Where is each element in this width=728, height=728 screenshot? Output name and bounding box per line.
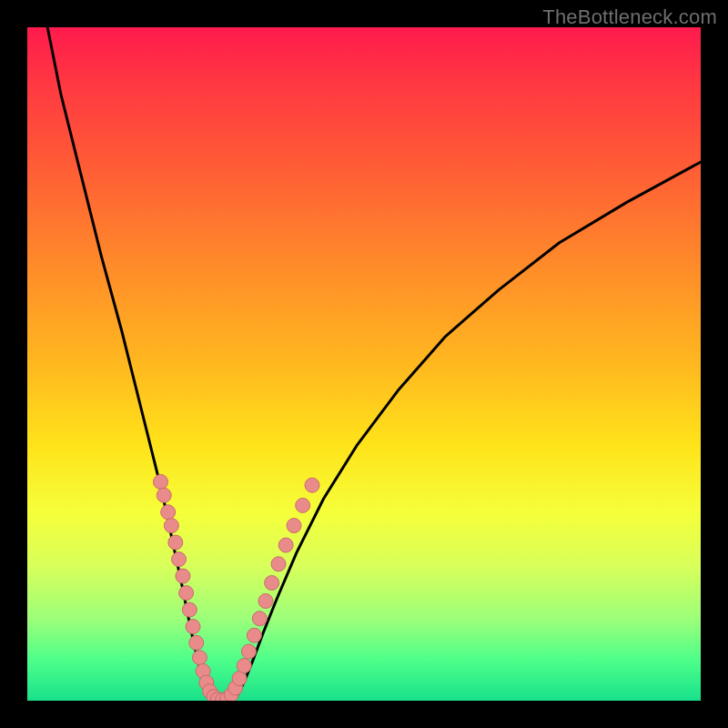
plot-area [27, 27, 701, 701]
scatter-dot [192, 651, 207, 665]
bottleneck-curve [47, 27, 701, 701]
scatter-dot [179, 586, 194, 601]
scatter-dot [161, 505, 176, 520]
scatter-dot [237, 659, 251, 673]
scatter-dot [182, 602, 197, 617]
scatter-dot [241, 644, 256, 659]
watermark-text: TheBottleneck.com [542, 5, 717, 29]
scatter-dot [271, 557, 286, 571]
scatter-dot [247, 628, 261, 642]
scatter-dot [154, 475, 168, 490]
chart-svg [27, 27, 701, 701]
scatter-dot [258, 593, 273, 608]
scatter-dot [278, 538, 293, 552]
scatter-dot [296, 498, 310, 512]
scatter-dot [157, 488, 171, 502]
scatter-dot [305, 478, 319, 492]
chart-frame: TheBottleneck.com [0, 0, 728, 728]
scatter-dot [287, 519, 301, 533]
scatter-dot [189, 635, 204, 650]
scatter-dots [154, 475, 319, 702]
scatter-dot [252, 612, 267, 626]
v-curve-path [47, 27, 701, 701]
scatter-dot [186, 620, 200, 634]
scatter-dot [164, 519, 178, 533]
scatter-dot [176, 569, 190, 583]
scatter-dot [265, 576, 279, 591]
scatter-dot [172, 552, 187, 567]
scatter-dot [168, 535, 183, 550]
